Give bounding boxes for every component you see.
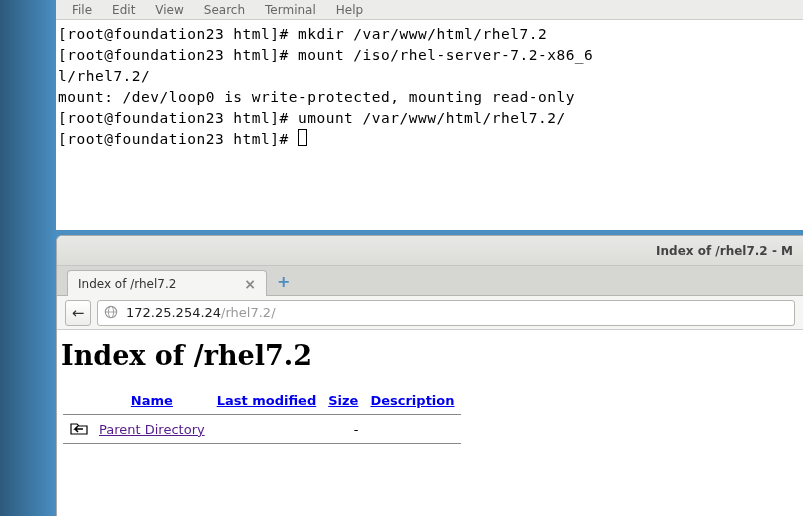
terminal-window: File Edit View Search Terminal Help [roo… bbox=[56, 0, 803, 230]
row-desc-cell bbox=[364, 416, 460, 444]
terminal-cursor bbox=[298, 129, 307, 146]
toolbar: ← 172.25.254.24/rhel7.2/ bbox=[57, 296, 803, 330]
table-row: Parent Directory - bbox=[63, 416, 461, 444]
row-name-cell: Parent Directory bbox=[93, 416, 211, 444]
page-title: Index of /rhel7.2 bbox=[61, 340, 799, 371]
tab-active[interactable]: Index of /rhel7.2 × bbox=[67, 270, 267, 296]
row-size-cell: - bbox=[322, 416, 364, 444]
column-description[interactable]: Description bbox=[364, 389, 460, 415]
desktop-background bbox=[0, 0, 56, 516]
row-modified-cell bbox=[211, 416, 323, 444]
menu-edit[interactable]: Edit bbox=[102, 1, 145, 19]
column-modified[interactable]: Last modified bbox=[211, 389, 323, 415]
terminal-line: mount: /dev/loop0 is write-protected, mo… bbox=[58, 89, 575, 105]
url-path: /rhel7.2/ bbox=[221, 305, 275, 320]
terminal-line: [root@foundation23 html]# bbox=[58, 131, 298, 147]
menu-view[interactable]: View bbox=[145, 1, 193, 19]
terminal-output[interactable]: [root@foundation23 html]# mkdir /var/www… bbox=[56, 20, 803, 154]
row-icon-cell bbox=[63, 416, 93, 444]
column-name[interactable]: Name bbox=[93, 389, 211, 415]
menu-terminal[interactable]: Terminal bbox=[255, 1, 326, 19]
terminal-line: [root@foundation23 html]# umount /var/ww… bbox=[58, 110, 566, 126]
globe-icon bbox=[104, 305, 120, 321]
menu-file[interactable]: File bbox=[62, 1, 102, 19]
address-bar[interactable]: 172.25.254.24/rhel7.2/ bbox=[97, 300, 795, 326]
terminal-line: [root@foundation23 html]# mkdir /var/www… bbox=[58, 26, 547, 42]
close-icon[interactable]: × bbox=[244, 276, 256, 292]
tab-title: Index of /rhel7.2 bbox=[78, 277, 176, 291]
browser-window: Index of /rhel7.2 - M Index of /rhel7.2 … bbox=[56, 235, 803, 516]
back-button[interactable]: ← bbox=[65, 300, 91, 326]
window-title: Index of /rhel7.2 - M bbox=[656, 244, 793, 258]
arrow-left-icon: ← bbox=[72, 304, 85, 322]
parent-directory-link[interactable]: Parent Directory bbox=[99, 422, 205, 437]
terminal-line: l/rhel7.2/ bbox=[58, 68, 150, 84]
browser-titlebar: Index of /rhel7.2 - M bbox=[57, 236, 803, 266]
column-size[interactable]: Size bbox=[322, 389, 364, 415]
page-content: Index of /rhel7.2 Name Last modified Siz… bbox=[57, 330, 803, 454]
new-tab-button[interactable]: + bbox=[267, 272, 300, 291]
directory-listing: Name Last modified Size Description Pare… bbox=[63, 389, 461, 444]
terminal-menu-bar: File Edit View Search Terminal Help bbox=[56, 0, 803, 20]
tab-bar: Index of /rhel7.2 × + bbox=[57, 266, 803, 296]
terminal-line: [root@foundation23 html]# mount /iso/rhe… bbox=[58, 47, 593, 63]
back-folder-icon bbox=[69, 420, 87, 434]
url-host: 172.25.254.24 bbox=[126, 305, 221, 320]
menu-search[interactable]: Search bbox=[194, 1, 255, 19]
column-icon bbox=[63, 389, 93, 415]
menu-help[interactable]: Help bbox=[326, 1, 373, 19]
